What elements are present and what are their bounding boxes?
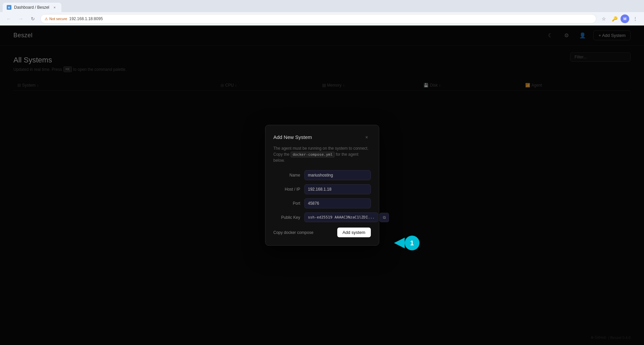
browser-chrome: B Dashboard / Beszel × ← → ↻ ⚠ Not secur… [0,0,644,26]
host-field-row: Host / IP [274,184,371,194]
public-key-field-row: Public Key ssh-ed25519 AAAAC3NzaC1lZDI..… [274,212,371,222]
public-key-display: ssh-ed25519 AAAAC3NzaC1lZDI... [304,212,379,222]
password-key-btn[interactable]: 🔑 [610,14,619,23]
profile-btn[interactable]: M [621,14,629,23]
copy-docker-compose-btn[interactable]: Copy docker compose [274,230,313,235]
reload-btn[interactable]: ↻ [28,14,38,23]
menu-btn[interactable]: ⋮ [631,14,640,23]
browser-tab[interactable]: B Dashboard / Beszel × [3,3,61,12]
name-field-row: Name [274,170,371,180]
add-system-modal-btn[interactable]: Add system [337,228,371,237]
port-label: Port [274,201,300,206]
tab-label: Dashboard / Beszel [14,5,49,10]
modal-footer: Copy docker compose Add system [274,228,371,237]
add-system-modal: Add New System × The agent must be runni… [265,125,379,246]
modal-title: Add New System [274,134,312,140]
port-field-row: Port [274,198,371,208]
modal-description: The agent must be running on the system … [274,145,371,164]
warning-icon: ⚠ [45,17,48,21]
modal-header: Add New System × [274,133,371,141]
host-input[interactable] [304,184,371,194]
tab-favicon: B [7,5,11,10]
modal-overlay: Add New System × The agent must be runni… [0,26,644,345]
public-key-label: Public Key [274,215,300,220]
back-btn[interactable]: ← [4,14,13,23]
port-input[interactable] [304,198,371,208]
not-secure-indicator: ⚠ Not secure [45,17,67,21]
name-label: Name [274,173,300,178]
browser-actions: ☆ 🔑 M ⋮ [599,14,640,23]
modal-code: docker-compose.yml [291,152,335,157]
annotation-number: 1 [405,236,419,250]
browser-tabs: B Dashboard / Beszel × [0,0,644,12]
browser-toolbar: ← → ↻ ⚠ Not secure 192.168.1.18:8095 ☆ 🔑… [0,12,644,26]
app-content: Beszel ☾ ⚙ 👤 + Add System All Systems Up… [0,26,644,345]
bookmark-star-btn[interactable]: ☆ [599,14,608,23]
name-input[interactable] [304,170,371,180]
arrow-icon [394,238,405,248]
copy-public-key-btn[interactable]: ⧉ [380,213,389,222]
host-label: Host / IP [274,187,300,192]
forward-btn[interactable]: → [16,14,26,23]
modal-container: Add New System × The agent must be runni… [265,125,379,246]
address-bar[interactable]: ⚠ Not secure 192.168.1.18:8095 [40,14,596,23]
public-key-wrapper: ssh-ed25519 AAAAC3NzaC1lZDI... ⧉ [304,212,389,222]
modal-close-btn[interactable]: × [363,133,371,141]
url-text: 192.168.1.18:8095 [69,16,103,21]
annotation-wrapper: 1 [394,236,419,250]
tab-close-btn[interactable]: × [52,5,57,10]
